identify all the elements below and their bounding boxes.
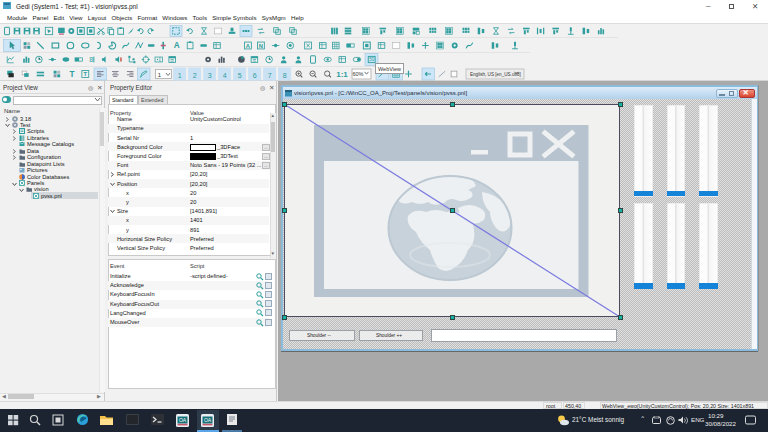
svg-text:1: 1 [178, 72, 182, 79]
svg-text:2: 2 [193, 72, 197, 79]
svg-text:OA: OA [179, 417, 187, 423]
svg-text:3: 3 [208, 72, 212, 79]
svg-text:50: 50 [369, 57, 375, 62]
svg-text:7: 7 [268, 72, 272, 79]
svg-text:4: 4 [223, 72, 227, 79]
svg-text:8: 8 [283, 72, 287, 79]
svg-text:T: T [84, 71, 88, 77]
svg-text:N: N [259, 43, 263, 49]
svg-text:English, US [en_US.utf8]: English, US [en_US.utf8] [470, 72, 521, 77]
svg-text:60%: 60% [352, 71, 363, 77]
svg-text:1:1: 1:1 [336, 70, 348, 79]
svg-text:A: A [246, 43, 250, 49]
svg-text:8: 8 [89, 56, 93, 63]
svg-text:5: 5 [238, 72, 242, 79]
svg-text:OA: OA [204, 417, 212, 423]
svg-text:6: 6 [253, 72, 257, 79]
svg-text:A: A [174, 41, 180, 50]
svg-text:T: T [69, 70, 74, 79]
